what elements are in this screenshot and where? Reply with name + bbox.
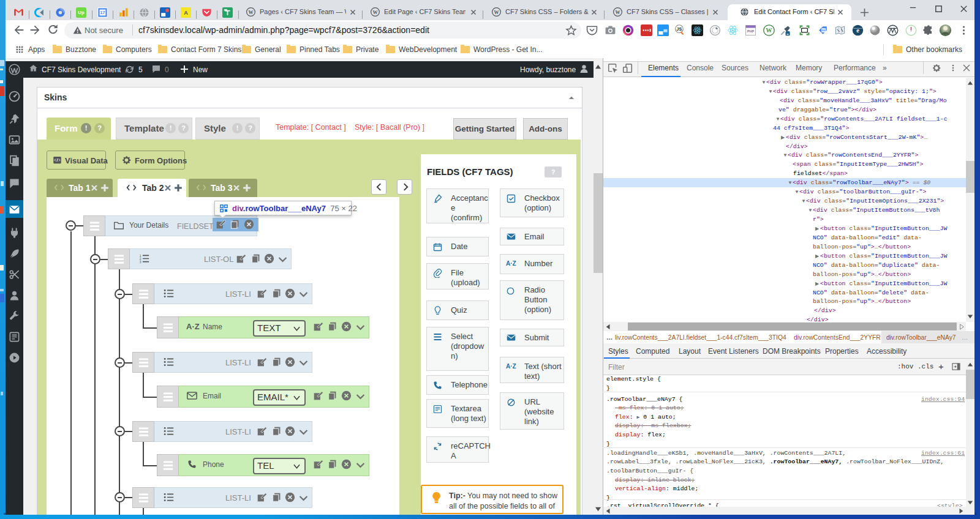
svg-text:3: 3 [140, 260, 141, 264]
svg-text:JS: JS [677, 27, 682, 32]
svg-text:PHP: PHP [747, 29, 755, 33]
svg-text:W: W [494, 10, 499, 15]
svg-text:17: 17 [100, 10, 105, 15]
svg-text:e: e [856, 27, 859, 34]
svg-text:W: W [766, 27, 772, 34]
svg-text:W: W [248, 10, 253, 15]
svg-text:Up: Up [78, 10, 85, 15]
svg-text:W: W [615, 10, 620, 15]
svg-text:A: A [184, 10, 188, 16]
svg-text:W: W [372, 10, 377, 15]
